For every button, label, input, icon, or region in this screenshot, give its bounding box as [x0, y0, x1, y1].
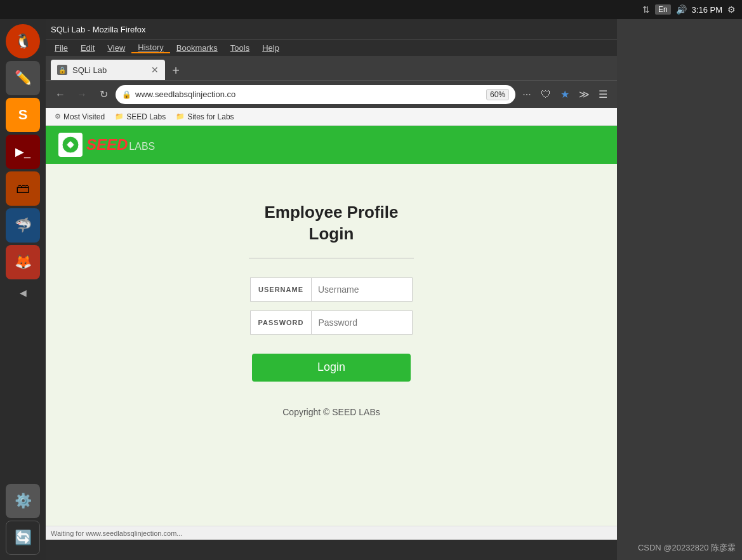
sidebar-item-files[interactable]: 🗃 — [6, 171, 40, 206]
sidebar-item-settings[interactable]: ⚙️ — [6, 484, 40, 518]
tab-bar: 🔒 SQLi Lab ✕ + — [46, 56, 617, 80]
browser-window: SQLi Lab - Mozilla Firefox File Edit Vie… — [46, 19, 617, 540]
network-icon[interactable]: ⇅ — [642, 4, 650, 15]
seed-header: SEED LABS — [46, 126, 617, 164]
sidebar-item-update[interactable]: 🔄 — [6, 521, 40, 555]
password-label: PASSWORD — [250, 310, 312, 335]
address-bar[interactable]: 🔒 www.seedlabsqlinjection.co 60% — [116, 85, 515, 104]
sidebar-item-ubuntu[interactable]: 🐧 — [6, 24, 40, 58]
menu-tools[interactable]: Tools — [224, 43, 256, 53]
labs-text: LABS — [129, 141, 155, 152]
clock-display: 3:16 PM — [692, 5, 722, 15]
more-options-button[interactable]: ··· — [518, 86, 536, 103]
watermark: CSDN @20232820 陈彦霖 — [638, 542, 736, 554]
bookmarks-bar: ⚙ Most Visited 📁 SEED Labs 📁 Sites for L… — [46, 108, 617, 126]
sidebar-item-terminal[interactable]: ▶_ — [6, 135, 40, 169]
password-input[interactable] — [311, 310, 413, 335]
status-text: Waiting for www.seedlabsqlinjection.com.… — [51, 530, 182, 537]
menu-view[interactable]: View — [101, 43, 131, 53]
nav-actions: ··· 🛡 ★ ≫ ☰ — [518, 86, 612, 103]
most-visited-icon: ⚙ — [55, 112, 61, 121]
menu-help[interactable]: Help — [256, 43, 286, 53]
seed-logo-text: SEED LABS — [86, 136, 155, 154]
seed-logo-icon — [58, 133, 83, 157]
settings-icon[interactable]: ⚙ — [727, 4, 736, 15]
url-text: www.seedlabsqlinjection.co — [135, 90, 482, 99]
bookmark-star-button[interactable]: ★ — [556, 86, 574, 103]
bookmark-seed-labs[interactable]: 📁 SEED Labs — [111, 111, 169, 123]
zoom-level: 60% — [486, 89, 509, 100]
lock-icon: 🔒 — [122, 90, 131, 99]
svg-point-1 — [68, 142, 73, 147]
new-tab-button[interactable]: + — [166, 61, 185, 80]
menu-history[interactable]: History — [131, 43, 169, 53]
sidebar-expand-arrow[interactable]: ◀ — [20, 287, 27, 298]
login-title: Employee Profile Login — [265, 202, 399, 245]
tab-title: SQLi Lab — [72, 65, 107, 75]
title-bar: SQLi Lab - Mozilla Firefox — [46, 19, 617, 39]
status-bar: Waiting for www.seedlabsqlinjection.com.… — [46, 526, 617, 540]
nav-bar: ← → ↻ 🔒 www.seedlabsqlinjection.co 60% ·… — [46, 80, 617, 108]
reader-mode-button[interactable]: 🛡 — [537, 86, 555, 103]
extensions-button[interactable]: ≫ — [575, 86, 593, 103]
sidebar-item-firefox[interactable]: 🦊 — [6, 245, 40, 279]
menu-edit[interactable]: Edit — [74, 43, 101, 53]
bookmark-most-visited-label: Most Visited — [63, 112, 105, 121]
seed-text: SEED — [86, 136, 128, 154]
back-button[interactable]: ← — [51, 85, 70, 104]
os-topbar: ⇅ En 🔊 3:16 PM ⚙ — [0, 0, 742, 19]
sidebar-item-wireshark[interactable]: 🦈 — [6, 208, 40, 243]
username-input[interactable] — [311, 277, 413, 302]
username-row: USERNAME — [250, 277, 413, 302]
web-content: SEED LABS Employee Profile Login USERNAM… — [46, 126, 617, 526]
bookmark-sites-for-labs[interactable]: 📁 Sites for Labs — [172, 111, 237, 123]
tab-close-button[interactable]: ✕ — [151, 65, 159, 75]
lang-indicator: En — [655, 4, 671, 15]
hamburger-menu-button[interactable]: ☰ — [594, 86, 612, 103]
copyright-text: Copyright © SEED LABs — [282, 407, 380, 417]
bookmark-sites-for-labs-label: Sites for Labs — [187, 112, 234, 121]
menu-bookmarks[interactable]: Bookmarks — [170, 43, 224, 53]
reload-button[interactable]: ↻ — [94, 85, 113, 104]
login-button[interactable]: Login — [252, 354, 411, 382]
sidebar-item-notes[interactable]: ✏️ — [6, 61, 40, 95]
bookmark-most-visited[interactable]: ⚙ Most Visited — [51, 111, 109, 123]
password-row: PASSWORD — [250, 310, 413, 335]
seed-labs-folder-icon: 📁 — [115, 112, 124, 121]
sidebar-item-sublime[interactable]: S — [6, 98, 40, 132]
seed-logo: SEED LABS — [58, 133, 155, 157]
login-area: Employee Profile Login USERNAME PASSWORD… — [46, 164, 617, 526]
login-divider — [249, 258, 414, 258]
tab-favicon: 🔒 — [57, 65, 67, 75]
sites-for-labs-folder-icon: 📁 — [176, 112, 185, 121]
sidebar: 🐧 ✏️ S ▶_ 🗃 🦈 🦊 ◀ ⚙️ 🔄 — [0, 19, 46, 560]
menu-bar: File Edit View History Bookmarks Tools H… — [46, 39, 617, 56]
bookmark-seed-labs-label: SEED Labs — [126, 112, 166, 121]
os-right-panel — [617, 19, 742, 560]
window-title: SQLi Lab - Mozilla Firefox — [51, 25, 146, 34]
menu-file[interactable]: File — [48, 43, 74, 53]
volume-icon[interactable]: 🔊 — [676, 4, 687, 15]
username-label: USERNAME — [250, 277, 311, 302]
browser-tab-sqli[interactable]: 🔒 SQLi Lab ✕ — [51, 60, 165, 80]
forward-button[interactable]: → — [72, 85, 91, 104]
